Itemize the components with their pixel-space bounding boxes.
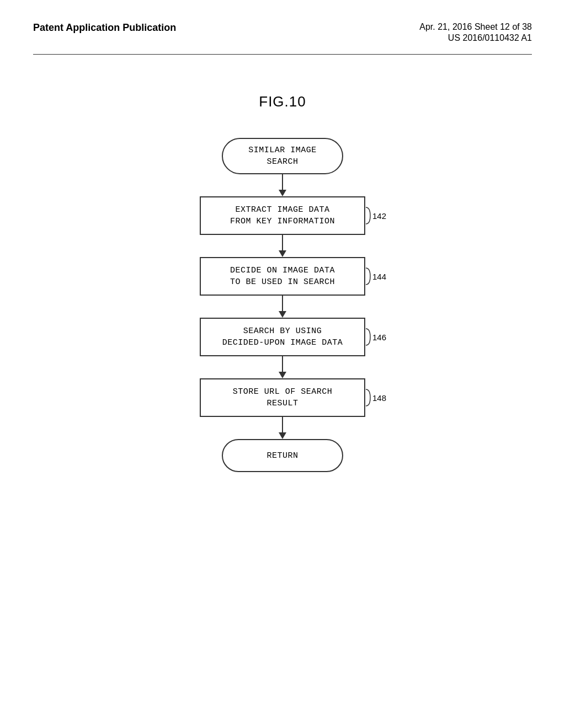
- label-142: 142: [372, 211, 386, 221]
- date-sheet-label: Apr. 21, 2016 Sheet 12 of 38: [419, 22, 532, 32]
- header-right: Apr. 21, 2016 Sheet 12 of 38 US 2016/011…: [419, 22, 532, 43]
- node-146-wrapper: SEARCH BY USINGDECIDED-UPON IMAGE DATA 1…: [183, 318, 382, 356]
- node-148-wrapper: STORE URL OF SEARCHRESULT 148: [183, 378, 382, 417]
- connector-3: [183, 296, 382, 318]
- publication-label: Patent Application Publication: [33, 22, 176, 34]
- arrow-5: [279, 432, 286, 439]
- line-4: [282, 356, 283, 372]
- connector-1: [183, 174, 382, 196]
- diagram-container: FIG.10 SIMILAR IMAGESEARCH EXTRACT IMAGE…: [33, 71, 532, 472]
- node-start-wrapper: SIMILAR IMAGESEARCH: [183, 138, 382, 174]
- page-header: Patent Application Publication Apr. 21, …: [33, 22, 532, 55]
- bracket-142: [360, 205, 371, 227]
- node-start: SIMILAR IMAGESEARCH: [222, 138, 343, 174]
- node-144: DECIDE ON IMAGE DATATO BE USED IN SEARCH: [200, 257, 365, 296]
- connector-5: [183, 417, 382, 439]
- arrow-1: [279, 190, 286, 196]
- connector-2: [183, 235, 382, 257]
- node-148-text: STORE URL OF SEARCHRESULT: [233, 386, 333, 409]
- line-5: [282, 417, 283, 432]
- figure-title: FIG.10: [259, 93, 306, 110]
- label-148: 148: [372, 393, 386, 403]
- label-146: 146: [372, 333, 386, 342]
- label-148-container: 148: [360, 387, 386, 409]
- node-142: EXTRACT IMAGE DATAFROM KEY INFORMATION: [200, 196, 365, 235]
- node-end-text: RETURN: [266, 450, 298, 462]
- label-144-container: 144: [360, 265, 386, 287]
- node-142-text: EXTRACT IMAGE DATAFROM KEY INFORMATION: [230, 204, 335, 227]
- node-end-wrapper: RETURN: [183, 439, 382, 472]
- node-144-wrapper: DECIDE ON IMAGE DATATO BE USED IN SEARCH…: [183, 257, 382, 296]
- node-146: SEARCH BY USINGDECIDED-UPON IMAGE DATA: [200, 318, 365, 356]
- node-start-text: SIMILAR IMAGESEARCH: [248, 144, 317, 168]
- patent-number-label: US 2016/0110432 A1: [448, 33, 532, 43]
- bracket-146: [360, 326, 371, 348]
- arrow-3: [279, 311, 286, 318]
- node-146-text: SEARCH BY USINGDECIDED-UPON IMAGE DATA: [222, 325, 343, 349]
- node-142-wrapper: EXTRACT IMAGE DATAFROM KEY INFORMATION 1…: [183, 196, 382, 235]
- arrow-2: [279, 250, 286, 257]
- node-end: RETURN: [222, 439, 343, 472]
- node-144-text: DECIDE ON IMAGE DATATO BE USED IN SEARCH: [230, 265, 335, 288]
- flowchart: SIMILAR IMAGESEARCH EXTRACT IMAGE DATAFR…: [183, 138, 382, 472]
- node-148: STORE URL OF SEARCHRESULT: [200, 378, 365, 417]
- bracket-144: [360, 265, 371, 287]
- line-1: [282, 174, 283, 190]
- label-146-container: 146: [360, 326, 386, 348]
- connector-4: [183, 356, 382, 378]
- bracket-148: [360, 387, 371, 409]
- label-144: 144: [372, 272, 386, 281]
- page: Patent Application Publication Apr. 21, …: [0, 0, 565, 728]
- line-3: [282, 296, 283, 311]
- arrow-4: [279, 372, 286, 378]
- label-142-container: 142: [360, 205, 386, 227]
- line-2: [282, 235, 283, 250]
